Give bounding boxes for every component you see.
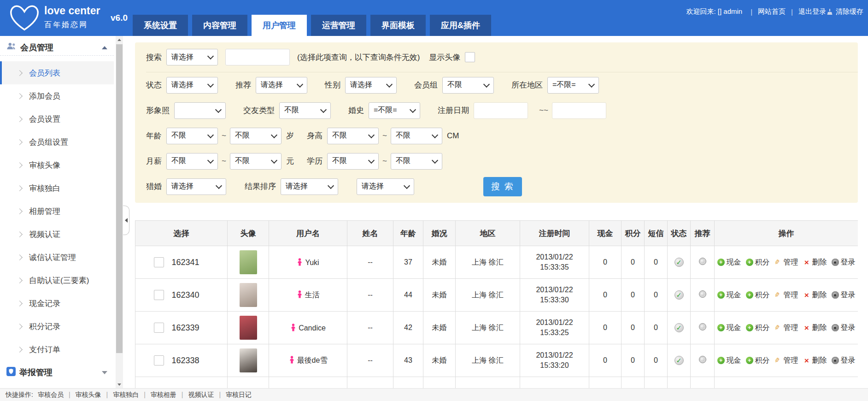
header-link[interactable]: 清除缓存 (826, 7, 863, 16)
photo-select[interactable] (174, 102, 226, 119)
quick-action-link[interactable]: 审核独白 (101, 391, 139, 399)
status-approved-icon[interactable] (674, 356, 684, 365)
recommend-off-icon[interactable] (699, 290, 706, 298)
sidebar-section-members[interactable]: 会员管理 (0, 36, 114, 56)
edu-from-select[interactable]: 不限 (327, 153, 379, 170)
action-link[interactable]: 管理 (774, 290, 798, 300)
action-link[interactable]: 登录 (832, 356, 856, 366)
collapse-up-arrow-icon[interactable] (102, 46, 107, 49)
recommend-off-icon[interactable] (699, 356, 706, 363)
salary-to-select[interactable]: 不限 (230, 153, 282, 170)
sort2-select[interactable]: 请选择 (357, 178, 414, 195)
nav-tab[interactable]: 内容管理 (192, 15, 247, 36)
username-cell[interactable]: 最後de雪 (269, 344, 347, 377)
sidebar-item[interactable]: 现金记录 (0, 292, 114, 315)
history-select[interactable]: =不限= (369, 102, 420, 119)
status-approved-icon[interactable] (674, 323, 684, 332)
sidebar-item[interactable]: 支付订单 (0, 338, 114, 361)
sidebar-item[interactable]: 审核独白 (0, 177, 114, 200)
action-link[interactable]: 现金 (717, 356, 741, 366)
recommend-off-icon[interactable] (699, 258, 706, 265)
avatar[interactable] (240, 283, 257, 307)
sidebar-collapse-handle[interactable] (123, 206, 129, 235)
sidebar-item[interactable]: 会员组设置 (0, 130, 114, 153)
action-link[interactable]: 管理 (774, 356, 798, 366)
action-link[interactable]: 登录 (832, 290, 856, 300)
username-cell[interactable]: Candice (269, 312, 347, 344)
avatar[interactable] (240, 348, 257, 372)
nav-tab[interactable]: 界面模板 (370, 15, 426, 36)
search-button[interactable]: 搜 索 (483, 177, 522, 196)
quick-action-link[interactable]: 审核相册 (139, 391, 176, 399)
nav-tab[interactable]: 应用&插件 (430, 15, 491, 36)
sidebar-item[interactable]: 会员设置 (0, 107, 114, 130)
sidebar-item[interactable]: 相册管理 (0, 200, 114, 223)
action-link[interactable]: 积分 (746, 323, 770, 333)
action-link[interactable]: 管理 (774, 258, 798, 267)
filter-select[interactable]: 请选择 (166, 77, 218, 94)
action-link[interactable]: 现金 (717, 323, 741, 333)
regdate-from-input[interactable] (474, 102, 528, 119)
action-link[interactable]: 积分 (746, 258, 770, 267)
filter-select[interactable]: =不限= (547, 77, 599, 94)
type-select[interactable]: 不限 (279, 102, 331, 119)
search-type-select[interactable]: 请选择 (166, 49, 218, 65)
age-to-select[interactable]: 不限 (230, 128, 282, 144)
sidebar-section-reports[interactable]: 举报管理 (0, 361, 114, 380)
search-input[interactable] (225, 49, 290, 65)
quick-action-link[interactable]: 审核头像 (64, 391, 101, 399)
hunt-select[interactable]: 请选择 (166, 178, 226, 195)
sidebar-item[interactable]: 自助认证(三要素) (0, 269, 114, 292)
filter-select[interactable]: 不限 (442, 77, 494, 94)
nav-tab[interactable]: 系统设置 (133, 15, 188, 36)
sidebar-item[interactable]: 诚信认证管理 (0, 246, 114, 269)
row-checkbox[interactable] (154, 323, 164, 333)
action-link[interactable]: 删除 (803, 290, 827, 300)
row-checkbox[interactable] (154, 290, 164, 300)
action-link[interactable]: 现金 (717, 290, 741, 300)
quick-action-link[interactable]: 视频认证 (176, 391, 214, 399)
action-link[interactable]: 登录 (832, 258, 856, 267)
nav-tab[interactable]: 运营管理 (311, 15, 366, 36)
regdate-to-input[interactable] (552, 102, 606, 119)
action-link[interactable]: 现金 (717, 258, 741, 267)
status-approved-icon[interactable] (674, 290, 684, 300)
sidebar-item[interactable]: 添加会员 (0, 84, 114, 107)
sort-select[interactable]: 请选择 (281, 178, 338, 195)
action-link[interactable]: 积分 (746, 356, 770, 366)
header-link[interactable]: 网站首页 (745, 7, 786, 16)
row-checkbox[interactable] (154, 355, 164, 366)
row-checkbox[interactable] (154, 257, 164, 267)
collapse-down-arrow-icon[interactable] (102, 371, 107, 374)
filter-select[interactable]: 请选择 (345, 77, 397, 94)
age-from-select[interactable]: 不限 (166, 128, 218, 144)
action-link[interactable]: 管理 (774, 323, 798, 333)
sidebar-item[interactable]: 积分记录 (0, 315, 114, 338)
sidebar-item[interactable]: 会员列表 (0, 61, 114, 84)
scroll-up-arrow[interactable] (116, 36, 123, 43)
height-to-select[interactable]: 不限 (391, 128, 442, 144)
quick-action-link[interactable]: 审核会员 (38, 391, 64, 399)
action-link[interactable]: 登录 (832, 323, 856, 333)
username-cell[interactable]: Yuki (269, 246, 347, 279)
filter-select[interactable]: 请选择 (256, 77, 307, 94)
avatar[interactable] (240, 316, 257, 340)
show-avatar-checkbox[interactable] (465, 52, 475, 62)
action-link[interactable]: 积分 (746, 290, 770, 300)
header-link[interactable]: 退出登录 (786, 7, 826, 16)
edu-to-select[interactable]: 不限 (391, 153, 442, 170)
recommend-off-icon[interactable] (699, 323, 706, 330)
salary-from-select[interactable]: 不限 (166, 153, 218, 170)
avatar[interactable] (240, 250, 257, 274)
sidebar-item[interactable]: 视频认证 (0, 223, 114, 246)
action-link[interactable]: 删除 (803, 258, 827, 267)
status-approved-icon[interactable] (674, 258, 684, 267)
username-cell[interactable]: 生活 (269, 279, 347, 312)
scrollbar-thumb[interactable] (116, 44, 123, 353)
sidebar-item[interactable]: 审核头像 (0, 153, 114, 177)
nav-tab[interactable]: 用户管理 (252, 15, 307, 36)
height-from-select[interactable]: 不限 (327, 128, 379, 144)
action-link[interactable]: 删除 (803, 323, 827, 333)
sidebar-scrollbar[interactable] (116, 36, 123, 388)
action-link[interactable]: 删除 (803, 356, 827, 366)
